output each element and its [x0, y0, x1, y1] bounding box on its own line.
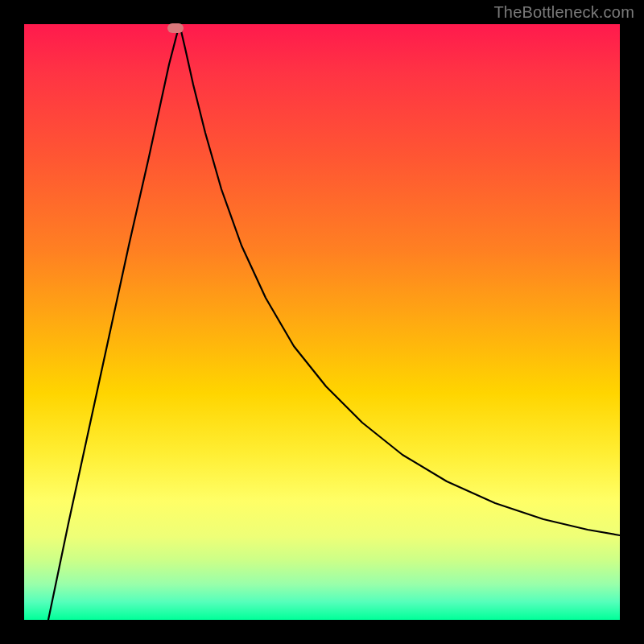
watermark-text: TheBottleneck.com: [493, 3, 634, 22]
optimal-point-marker: [167, 23, 184, 33]
bottleneck-curve: [24, 24, 620, 620]
plot-area: [24, 24, 620, 620]
chart-frame: TheBottleneck.com: [0, 0, 644, 644]
curve-path: [48, 24, 620, 620]
